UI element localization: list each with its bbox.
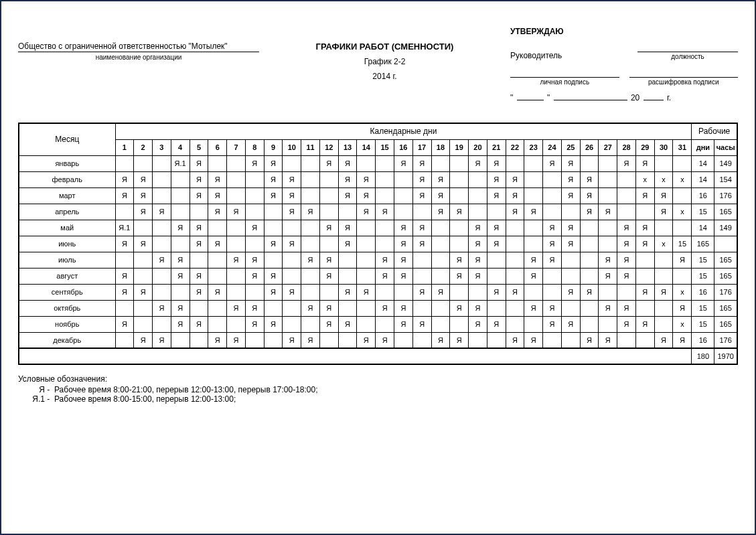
day-cell: Я (227, 300, 246, 316)
day-cell (153, 316, 171, 332)
day-cell (227, 236, 246, 252)
day-cell (469, 204, 487, 220)
legend-desc: Рабочее время 8:00-21:00, перерыв 12:00-… (54, 385, 318, 394)
total-hours: 1970 (714, 348, 737, 364)
day-cell: Я (245, 252, 264, 268)
day-cell: Я (431, 171, 450, 187)
day-cell: Я (599, 252, 617, 268)
month-cell: июнь (19, 236, 115, 252)
month-cell: сентябрь (19, 284, 115, 300)
day-cell: Я (561, 284, 580, 300)
document-frame: Общество с ограниченной ответственностью… (0, 0, 756, 535)
day-cell: Я (617, 252, 636, 268)
day-cell: Я (635, 316, 654, 332)
day-cell (635, 204, 654, 220)
day-cell: Я (673, 332, 692, 348)
day-header-2: 2 (134, 139, 153, 155)
day-cell: Я (506, 332, 524, 348)
day-cell: Я (338, 187, 357, 204)
day-cell (115, 300, 134, 316)
day-cell: Я (134, 171, 153, 187)
day-cell (338, 300, 357, 316)
day-cell: Я (190, 284, 208, 300)
day-cell: Я (301, 252, 320, 268)
day-cell: Я (319, 155, 338, 171)
totals-row: 180 1970 (19, 348, 737, 364)
day-header-27: 27 (599, 139, 617, 155)
day-cell (543, 332, 562, 348)
day-cell: Я (617, 155, 636, 171)
day-header-24: 24 (543, 139, 562, 155)
day-cell: Я (171, 220, 190, 236)
day-cell (376, 284, 394, 300)
day-cell (450, 155, 469, 171)
day-cell: Я (617, 300, 636, 316)
day-cell (171, 332, 190, 348)
day-cell: Я (469, 268, 487, 284)
day-cell (376, 220, 394, 236)
day-cell (431, 268, 450, 284)
day-cell (376, 155, 394, 171)
day-header-22: 22 (506, 139, 524, 155)
day-cell: Я (208, 236, 227, 252)
day-cell (599, 171, 617, 187)
day-cell: Я (171, 316, 190, 332)
day-cell (487, 204, 506, 220)
decryption-field (629, 67, 739, 78)
day-cell: Я (264, 155, 283, 171)
day-cell: Я (487, 236, 506, 252)
day-cell: Я (134, 236, 153, 252)
day-cell: Я (115, 284, 134, 300)
day-cell (338, 204, 357, 220)
day-cell: Я (394, 252, 412, 268)
hours-sum-cell: 165 (714, 300, 737, 316)
hours-sum-cell: 176 (714, 332, 737, 348)
day-cell (264, 220, 283, 236)
day-cell (599, 316, 617, 332)
day-header-12: 12 (319, 139, 338, 155)
date-row: " " 20 г. (510, 91, 738, 102)
day-cell (617, 171, 636, 187)
day-cell: Я (264, 187, 283, 204)
total-days: 180 (692, 348, 714, 364)
day-cell (376, 187, 394, 204)
day-cell (283, 316, 301, 332)
day-cell (283, 268, 301, 284)
month-cell: октябрь (19, 300, 115, 316)
day-cell: Я (412, 187, 431, 204)
day-cell (357, 236, 376, 252)
day-cell: Я (617, 268, 636, 284)
day-cell: Я (561, 187, 580, 204)
document-header: Общество с ограниченной ответственностью… (18, 21, 738, 102)
day-cell (654, 155, 673, 171)
day-cell (673, 155, 692, 171)
legend-key: Я (26, 385, 45, 394)
day-cell: Я (283, 187, 301, 204)
day-cell: Я (208, 171, 227, 187)
day-cell: х (673, 316, 692, 332)
month-row: февральЯЯЯЯЯЯЯЯЯЯЯЯЯЯххх14154 (19, 171, 737, 187)
hours-sum-cell: 149 (714, 220, 737, 236)
day-cell: Я (561, 236, 580, 252)
day-cell (245, 236, 264, 252)
day-cell (115, 204, 134, 220)
day-cell (245, 332, 264, 348)
day-cell (580, 268, 599, 284)
day-cell: Я (543, 220, 562, 236)
day-cell (153, 187, 171, 204)
day-cell: Я (654, 332, 673, 348)
day-cell: Я (561, 155, 580, 171)
day-header-10: 10 (283, 139, 301, 155)
day-cell: Я (487, 220, 506, 236)
day-header-23: 23 (524, 139, 543, 155)
day-cell: Я (264, 284, 283, 300)
day-cell: Я (394, 316, 412, 332)
organization-name: Общество с ограниченной ответственностью… (18, 42, 259, 52)
hours-col-header: часы (714, 139, 737, 155)
day-cell (283, 155, 301, 171)
day-cell (450, 220, 469, 236)
day-cell: Я (115, 171, 134, 187)
day-cell (469, 171, 487, 187)
day-cell (654, 220, 673, 236)
day-cell (153, 220, 171, 236)
